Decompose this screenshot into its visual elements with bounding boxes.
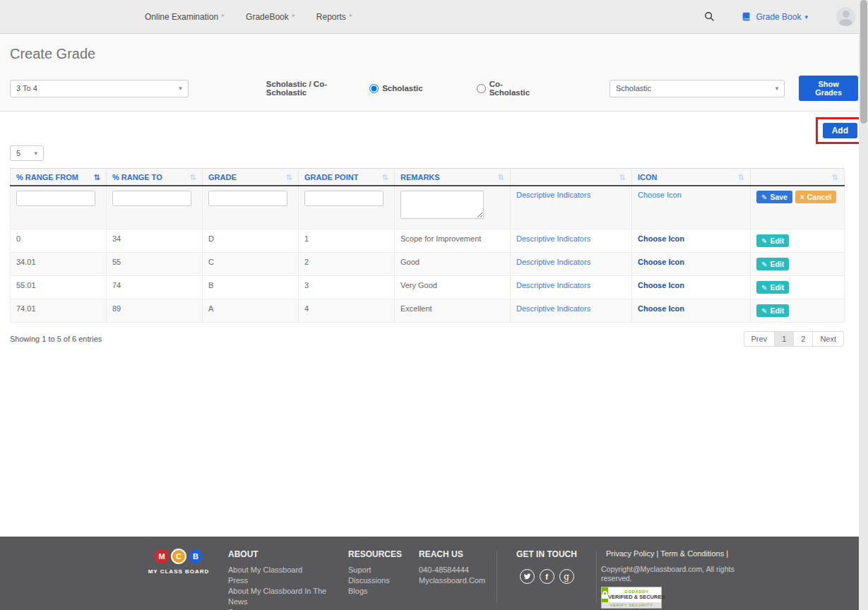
grade-point-input[interactable]: [304, 191, 384, 206]
header-actions[interactable]: ⇅: [751, 169, 845, 186]
table-row: 0 34 D 1 Scope for Improvement Descripti…: [11, 229, 845, 253]
header-indicators[interactable]: ⇅: [511, 169, 632, 186]
edit-button[interactable]: ✎Edit: [756, 234, 789, 247]
sort-icon[interactable]: ⇅: [286, 174, 292, 181]
descriptive-indicators-link[interactable]: Descriptive Indicators: [516, 234, 590, 243]
next-page-button[interactable]: Next: [812, 331, 844, 347]
footer-link-discussions[interactable]: Discussions: [348, 575, 403, 586]
add-button[interactable]: Add: [823, 123, 857, 138]
sort-icon[interactable]: ⇅: [498, 174, 504, 181]
footer-divider: [596, 551, 597, 603]
descriptive-indicators-link[interactable]: Descriptive Indicators: [516, 191, 590, 199]
scrollbar-track[interactable]: [859, 0, 868, 610]
facebook-icon[interactable]: f: [540, 569, 554, 584]
scrollbar-thumb[interactable]: [860, 0, 867, 124]
co-scholastic-radio-option[interactable]: Co-Scholastic: [477, 80, 535, 97]
table-row: 55.01 74 B 3 Very Good Descriptive Indic…: [11, 276, 845, 299]
sort-icon[interactable]: ⇅: [382, 174, 388, 181]
show-grades-button[interactable]: Show Grades: [799, 76, 858, 101]
co-scholastic-radio-label: Co-Scholastic: [489, 80, 535, 97]
grade-category-select[interactable]: Scholastic ▾: [610, 80, 785, 97]
google-icon[interactable]: g: [559, 569, 574, 584]
page-size-value: 5: [16, 149, 20, 157]
avatar-head: [843, 11, 850, 18]
cancel-button[interactable]: ×Cancel: [795, 191, 836, 203]
grade-input[interactable]: [208, 191, 287, 206]
range-to-cell: 34: [107, 229, 203, 253]
sort-icon[interactable]: ⇅: [190, 174, 196, 181]
search-icon[interactable]: [704, 11, 715, 22]
new-grade-row: Descriptive Indicators Choose Icon ✎Save…: [11, 186, 845, 229]
footer-link-about[interactable]: About My Classboard: [228, 565, 333, 575]
scholastic-radio[interactable]: [369, 84, 379, 93]
scholastic-radio-option[interactable]: Scholastic: [369, 84, 423, 93]
footer-link-blogs[interactable]: Blogs: [348, 586, 403, 597]
sort-icon[interactable]: ⇅: [94, 174, 100, 181]
footer-website-link[interactable]: Myclassboard.Com: [419, 575, 492, 586]
range-from-input[interactable]: [16, 191, 95, 206]
class-range-select[interactable]: 3 To 4 ▾: [10, 80, 189, 97]
descriptive-indicators-link[interactable]: Descriptive Indicators: [516, 281, 590, 289]
sort-icon[interactable]: ⇅: [619, 174, 626, 181]
range-to-input[interactable]: [112, 191, 191, 206]
choose-icon-link[interactable]: Choose Icon: [638, 234, 684, 243]
page-size-select[interactable]: 5 ▾: [10, 145, 44, 161]
sort-icon[interactable]: ⇅: [738, 174, 744, 181]
choose-icon-link[interactable]: Choose Icon: [638, 258, 684, 266]
footer-link-support[interactable]: Suport: [348, 565, 403, 575]
co-scholastic-radio[interactable]: [477, 84, 486, 93]
page-2-button[interactable]: 2: [793, 331, 813, 347]
choose-icon-link[interactable]: Choose Icon: [638, 304, 684, 313]
add-row: Add: [10, 117, 858, 144]
remarks-cell: Very Good: [395, 276, 511, 299]
nav-item-reports[interactable]: Reports ▸: [316, 12, 352, 22]
privacy-policy-link[interactable]: Privacy Policy: [606, 549, 654, 558]
footer-link-contact[interactable]: Contact: [228, 607, 333, 610]
header-grade-point[interactable]: GRADE POINT⇅: [299, 169, 395, 186]
header-grade[interactable]: GRADE⇅: [203, 169, 299, 186]
page-1-button[interactable]: 1: [774, 331, 794, 347]
grade-category-select-value: Scholastic: [616, 84, 651, 92]
footer-link-news[interactable]: About My Classboard In The News: [228, 586, 333, 607]
godaddy-verified-badge[interactable]: GODADDY VERIFIED & SECURED VERIFY SECURI…: [601, 587, 662, 609]
nav-item-online-examination[interactable]: Online Examination ▸: [145, 12, 225, 22]
table-header-row: % RANGE FROM⇅ % RANGE TO⇅ GRADE⇅ GRADE P…: [11, 169, 845, 186]
terms-link[interactable]: Term & Conditions: [660, 549, 724, 558]
gradebook-user-menu[interactable]: Grade Book ▾: [742, 12, 808, 22]
header-remarks[interactable]: REMARKS⇅: [395, 169, 511, 186]
descriptive-indicators-link[interactable]: Descriptive Indicators: [516, 258, 590, 266]
choose-icon-link[interactable]: Choose Icon: [638, 191, 682, 199]
footer-link-press[interactable]: Press: [228, 575, 333, 586]
edit-button[interactable]: ✎Edit: [756, 304, 789, 317]
edit-icon: ✎: [761, 261, 767, 268]
header-range-from[interactable]: % RANGE FROM⇅: [11, 169, 107, 186]
nav-item-gradebook[interactable]: GradeBook ▸: [246, 12, 295, 22]
chevron-right-icon: ▸: [350, 12, 352, 18]
twitter-icon[interactable]: [520, 569, 535, 584]
edit-button[interactable]: ✎Edit: [756, 281, 789, 294]
avatar-body: [839, 19, 852, 26]
header-range-to[interactable]: % RANGE TO⇅: [107, 169, 203, 186]
avatar[interactable]: [836, 7, 855, 26]
sort-icon[interactable]: ⇅: [832, 174, 838, 181]
footer-column-title: REACH US: [419, 549, 492, 559]
grade-cell: D: [203, 229, 299, 253]
range-from-cell: 74.01: [11, 299, 107, 323]
book-icon: [742, 12, 751, 21]
logo-b-circle: B: [189, 549, 203, 563]
range-from-cell: 55.01: [11, 276, 107, 299]
prev-page-button[interactable]: Prev: [744, 331, 775, 347]
choose-icon-link[interactable]: Choose Icon: [638, 281, 684, 289]
page-size-row: 5 ▾: [10, 145, 858, 161]
descriptive-indicators-link[interactable]: Descriptive Indicators: [516, 304, 590, 313]
chevron-down-icon: ▾: [804, 13, 808, 20]
chevron-down-icon: ▾: [179, 85, 182, 92]
chevron-down-icon: ▾: [775, 85, 779, 92]
separator: |: [726, 549, 728, 558]
separator: |: [656, 549, 658, 558]
edit-button[interactable]: ✎Edit: [756, 258, 789, 270]
header-icon[interactable]: ICON⇅: [632, 169, 751, 186]
remarks-textarea[interactable]: [400, 191, 484, 219]
table-row: 34.01 55 C 2 Good Descriptive Indicators…: [11, 253, 845, 276]
save-button[interactable]: ✎Save: [756, 191, 792, 203]
